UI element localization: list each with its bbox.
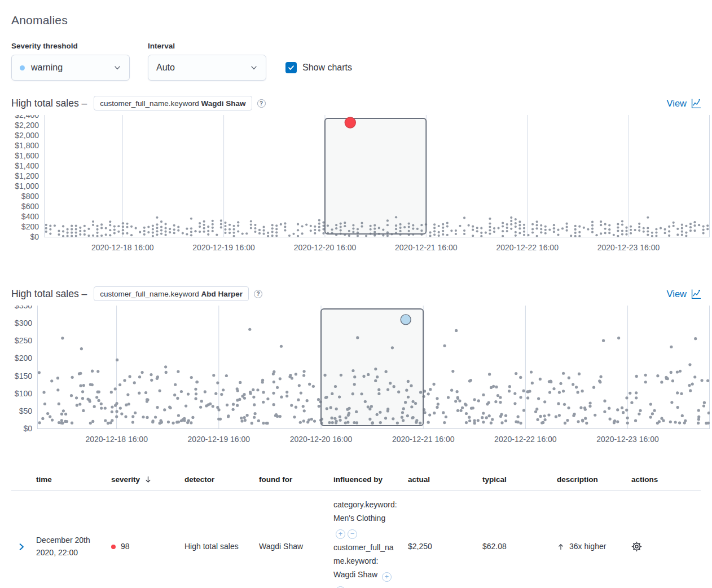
page-title: Anomalies: [11, 14, 701, 27]
anomaly-chart-section-wagdi-shaw: High total sales – customer_full_name.ke…: [11, 96, 701, 258]
view-link-label: View: [667, 289, 687, 299]
svg-text:$2,000: $2,000: [15, 131, 39, 140]
sort-descending-icon: [144, 475, 152, 484]
filter-out-value-icon[interactable]: [348, 529, 357, 539]
svg-text:2020-12-19 16:00: 2020-12-19 16:00: [192, 243, 255, 252]
view-in-single-metric-viewer-link[interactable]: View: [667, 289, 701, 299]
column-header-found-for[interactable]: found for: [254, 470, 329, 490]
svg-text:$300: $300: [15, 319, 32, 328]
single-metric-viewer-icon: [691, 99, 701, 108]
time-line-2: 2020, 22:00: [36, 547, 102, 559]
chevron-right-icon: [17, 543, 25, 551]
help-icon[interactable]: [254, 290, 262, 298]
column-header-description[interactable]: description: [552, 470, 627, 490]
entity-value: Wagdi Shaw: [201, 99, 246, 108]
anomalies-table: time severity detector found for influen…: [11, 470, 701, 588]
severity-score: 98: [121, 541, 130, 553]
svg-text:$400: $400: [21, 212, 39, 221]
svg-text:$2,200: $2,200: [15, 121, 39, 130]
svg-text:$1,200: $1,200: [15, 171, 39, 180]
typical-cell: $62.08: [478, 535, 552, 559]
entity-value: Abd Harper: [201, 290, 243, 298]
chart-title: High total sales –: [11, 288, 87, 300]
found-for-cell: Wagdi Shaw: [254, 535, 329, 559]
interval-select[interactable]: Auto: [148, 55, 266, 81]
actual-cell: $2,250: [403, 535, 478, 559]
filter-for-value-icon[interactable]: [336, 529, 345, 539]
svg-text:2020-12-18 16:00: 2020-12-18 16:00: [91, 243, 154, 252]
influencer-entry: category.keyword: Men's Clothing: [333, 498, 398, 539]
anomaly-chart-section-abd-harper: High total sales – customer_full_name.ke…: [11, 286, 701, 450]
gear-icon: [631, 541, 642, 552]
svg-text:2020-12-23 16:00: 2020-12-23 16:00: [596, 435, 659, 444]
severity-threshold-value: warning: [31, 63, 113, 73]
influenced-by-cell: category.keyword: Men's Clothing custome…: [329, 490, 403, 588]
svg-text:2020-12-23 16:00: 2020-12-23 16:00: [597, 243, 660, 252]
column-header-detector[interactable]: detector: [180, 470, 254, 490]
column-header-label: severity: [111, 475, 140, 484]
svg-text:$200: $200: [21, 222, 39, 231]
svg-text:$1,400: $1,400: [15, 161, 39, 170]
chevron-down-icon: [250, 64, 258, 72]
chart-title: High total sales –: [11, 98, 87, 109]
column-header-severity[interactable]: severity: [107, 470, 180, 490]
filter-out-value-icon[interactable]: [336, 586, 345, 588]
column-header-typical[interactable]: typical: [478, 470, 552, 490]
svg-text:$0: $0: [30, 232, 39, 241]
anomaly-scatter-chart[interactable]: $0$200$400$600$800$1,000$1,200$1,400$1,6…: [8, 115, 710, 256]
svg-text:$0: $0: [23, 424, 32, 433]
influencer-entry: customer_full_name.keyword: Wagdi Shaw: [333, 541, 398, 588]
description-cell: 36x higher: [552, 535, 627, 559]
warning-severity-dot-icon: [20, 65, 25, 70]
svg-text:2020-12-21 16:00: 2020-12-21 16:00: [395, 243, 458, 252]
svg-text:2020-12-22 16:00: 2020-12-22 16:00: [496, 243, 559, 252]
svg-text:$1,600: $1,600: [15, 151, 39, 160]
svg-text:$250: $250: [15, 336, 32, 345]
svg-text:2020-12-20 16:00: 2020-12-20 16:00: [290, 435, 353, 444]
interval-value: Auto: [156, 63, 250, 73]
anomaly-scatter-chart[interactable]: $0$50$100$150$200$250$300$3502020-12-18 …: [8, 306, 710, 448]
svg-text:$100: $100: [15, 389, 32, 398]
description-text: 36x higher: [569, 541, 606, 553]
entity-field: customer_full_name.keyword: [100, 290, 201, 298]
svg-text:$1,000: $1,000: [15, 182, 39, 191]
column-header-time[interactable]: time: [32, 470, 107, 490]
svg-text:$200: $200: [15, 353, 32, 362]
row-actions-button[interactable]: [627, 536, 701, 558]
expand-row-button[interactable]: [11, 537, 32, 556]
svg-text:2020-12-21 16:00: 2020-12-21 16:00: [392, 435, 455, 444]
view-in-single-metric-viewer-link[interactable]: View: [667, 98, 701, 109]
time-cell: December 20th 2020, 22:00: [32, 529, 107, 564]
svg-text:2020-12-20 16:00: 2020-12-20 16:00: [294, 243, 357, 252]
help-icon[interactable]: [257, 99, 266, 108]
column-header-actual[interactable]: actual: [403, 470, 478, 490]
svg-text:$600: $600: [21, 202, 39, 211]
filter-for-value-icon[interactable]: [382, 572, 392, 582]
svg-text:$50: $50: [19, 406, 33, 415]
arrow-up-icon: [557, 543, 565, 551]
column-header-actions: actions: [627, 470, 701, 490]
svg-text:$150: $150: [15, 372, 32, 381]
svg-text:2020-12-19 16:00: 2020-12-19 16:00: [188, 435, 250, 444]
svg-text:$800: $800: [21, 192, 39, 201]
table-row: December 20th 2020, 22:00 98 High total …: [11, 490, 701, 588]
show-charts-checkbox[interactable]: [285, 62, 297, 73]
severity-threshold-label: Severity threshold: [11, 42, 130, 50]
severity-cell: 98: [107, 535, 180, 559]
interval-label: Interval: [148, 42, 266, 50]
svg-text:$1,800: $1,800: [15, 141, 39, 150]
column-header-influenced-by[interactable]: influenced by: [329, 470, 403, 490]
show-charts-label: Show charts: [302, 63, 352, 73]
entity-field: customer_full_name.keyword: [100, 99, 201, 108]
svg-text:$2,400: $2,400: [15, 115, 39, 120]
chevron-down-icon: [113, 64, 121, 72]
influencer-text: category.keyword: Men's Clothing: [333, 500, 397, 523]
entity-badge: customer_full_name.keyword Abd Harper: [94, 286, 249, 301]
header-expander-spacer: [11, 470, 32, 490]
detector-cell: High total sales: [180, 535, 254, 559]
severity-threshold-select[interactable]: warning: [11, 55, 130, 81]
table-header-row: time severity detector found for influen…: [11, 470, 701, 490]
entity-badge: customer_full_name.keyword Wagdi Shaw: [94, 96, 252, 110]
svg-text:2020-12-18 16:00: 2020-12-18 16:00: [85, 435, 148, 444]
check-icon: [288, 64, 295, 71]
